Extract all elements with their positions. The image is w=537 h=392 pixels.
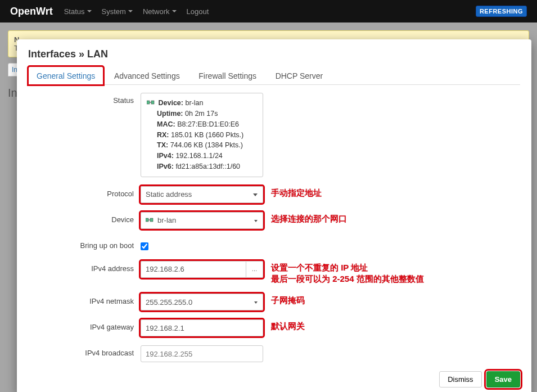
save-button[interactable]: Save	[486, 371, 520, 388]
label-ipv4bc: IPv4 broadcast	[28, 345, 141, 357]
status-tx-value: 744.06 KB (1384 Pkts.)	[170, 141, 243, 149]
top-navbar: OpenWrt Status System Network Logout REF…	[0, 0, 537, 22]
brand[interactable]: OpenWrt	[10, 6, 53, 17]
label-ipv4addr: IPv4 address	[28, 261, 141, 273]
nav-logout-label: Logout	[187, 7, 209, 16]
nav-system-label: System	[102, 7, 126, 16]
label-ipv4gw: IPv4 gateway	[28, 319, 141, 331]
chevron-down-icon	[172, 10, 177, 12]
annot-device: 选择连接的那个网口	[271, 212, 347, 224]
bridge-icon	[146, 216, 154, 224]
annot-protocol: 手动指定地址	[271, 186, 322, 199]
modal-footer: Dismiss Save	[28, 371, 520, 388]
status-box: Device: br-lan Uptime: 0h 2m 17s MAC: B8…	[141, 93, 263, 177]
label-protocol: Protocol	[28, 186, 141, 198]
refreshing-badge[interactable]: REFRESHING	[476, 6, 527, 17]
bridge-icon	[147, 98, 155, 109]
device-select[interactable]: br-lan	[141, 212, 263, 229]
ipv4-address-more-button[interactable]: …	[246, 261, 263, 278]
status-mac-value: B8:27:EB:D1:E0:E6	[177, 120, 239, 128]
svg-rect-3	[146, 218, 148, 222]
status-uptime-value: 0h 2m 17s	[185, 110, 218, 118]
protocol-select[interactable]: Static address	[141, 186, 263, 203]
ipv4-netmask-select[interactable]: 255.255.255.0	[141, 294, 263, 310]
chevron-down-icon	[87, 10, 92, 12]
label-device: Device	[28, 212, 141, 224]
svg-rect-1	[151, 101, 154, 104]
status-uptime-label: Uptime:	[157, 110, 183, 118]
status-ipv4-label: IPv4:	[157, 152, 174, 160]
status-ipv6-label: IPv6:	[157, 163, 174, 170]
interface-edit-modal: Interfaces » LAN General Settings Advanc…	[17, 39, 531, 392]
nav-network-label: Network	[143, 7, 170, 16]
ipv4-broadcast-input[interactable]	[141, 345, 263, 362]
nav-logout[interactable]: Logout	[187, 7, 209, 16]
tab-firewall-settings[interactable]: Firewall Settings	[190, 66, 265, 85]
nav-system[interactable]: System	[102, 7, 133, 16]
annot-ipv4mask: 子网掩码	[271, 294, 305, 306]
device-value: br-lan	[157, 216, 176, 224]
status-tx-label: TX:	[157, 141, 168, 149]
ipv4-address-input[interactable]	[141, 261, 246, 278]
nav-network[interactable]: Network	[143, 7, 177, 16]
annot-ipv4addr: 设置一个不重复的 IP 地址 最后一段可以为 2-254 范围的其他整数值	[271, 261, 424, 285]
status-device-label: Device:	[158, 99, 183, 107]
status-rx-value: 185.01 KB (1660 Pkts.)	[171, 131, 243, 139]
status-device-value: br-lan	[185, 99, 203, 107]
annot-ipv4addr-line1: 设置一个不重复的 IP 地址	[271, 262, 424, 273]
status-ipv4-value: 192.168.1.1/24	[175, 152, 222, 160]
ipv4-gateway-input[interactable]	[141, 319, 263, 336]
label-ipv4mask: IPv4 netmask	[28, 294, 141, 305]
label-status: Status	[28, 93, 141, 105]
label-bringup: Bring up on boot	[28, 238, 141, 250]
annot-ipv4gw: 默认网关	[271, 319, 305, 332]
dismiss-button[interactable]: Dismiss	[439, 371, 482, 388]
nav-status[interactable]: Status	[64, 7, 92, 16]
chevron-down-icon	[128, 10, 133, 12]
nav-status-label: Status	[64, 7, 85, 16]
tab-general-settings[interactable]: General Settings	[28, 66, 103, 85]
status-rx-label: RX:	[157, 131, 169, 139]
modal-tabs: General Settings Advanced Settings Firew…	[28, 66, 520, 85]
svg-rect-0	[147, 101, 150, 104]
status-mac-label: MAC:	[157, 120, 175, 128]
bringup-checkbox[interactable]	[141, 242, 148, 250]
modal-title: Interfaces » LAN	[28, 48, 520, 60]
tab-advanced-settings[interactable]: Advanced Settings	[106, 66, 188, 85]
annot-ipv4addr-line2: 最后一段可以为 2-254 范围的其他整数值	[271, 273, 424, 285]
tab-dhcp-server[interactable]: DHCP Server	[267, 66, 332, 85]
status-ipv6-value: fd21:a85a:13df::1/60	[175, 163, 240, 170]
svg-rect-4	[150, 218, 153, 222]
